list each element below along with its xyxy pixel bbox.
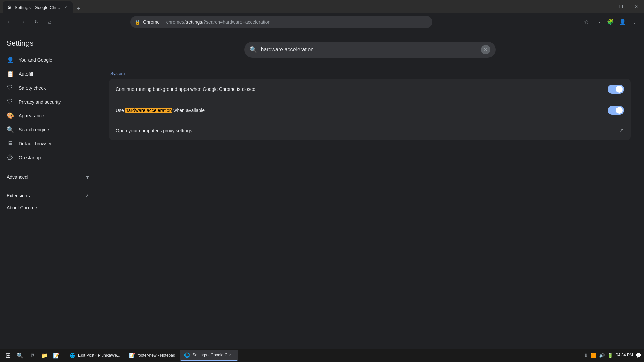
- sidebar-label-you-and-google: You and Google: [19, 57, 52, 63]
- taskbar-notes-button[interactable]: 📝: [51, 350, 62, 361]
- ha-label-prefix: Use: [116, 108, 125, 113]
- advanced-label: Advanced: [7, 174, 83, 180]
- background-apps-label: Continue running background apps when Go…: [116, 86, 608, 92]
- sidebar-divider-2: [5, 187, 90, 187]
- site-name: Chrome: [143, 19, 160, 25]
- chrome-label: Settings - Google Chr...: [193, 353, 234, 357]
- search-container: 🔍 ✕: [109, 42, 631, 58]
- sidebar-label-privacy-security: Privacy and security: [19, 99, 61, 105]
- back-button[interactable]: ←: [4, 17, 15, 27]
- sidebar-item-advanced[interactable]: Advanced ▾: [0, 170, 96, 184]
- download-icon: ⬇: [584, 353, 588, 358]
- maximize-button[interactable]: ❐: [613, 0, 629, 13]
- sidebar-item-you-and-google[interactable]: 👤 You and Google: [0, 53, 90, 67]
- notepad-icon: 📝: [129, 353, 135, 358]
- external-link-icon: ↗: [85, 193, 89, 198]
- url-suffix: /?search=hardware+acceleration: [202, 19, 270, 25]
- minimize-button[interactable]: ─: [598, 0, 613, 13]
- search-input[interactable]: [261, 47, 477, 53]
- sidebar-label-safety-check: Safety check: [19, 85, 46, 91]
- setting-row-proxy[interactable]: Open your computer's proxy settings ↗: [109, 121, 631, 140]
- tab-close-button[interactable]: ×: [63, 4, 69, 10]
- proxy-external-link-icon[interactable]: ↗: [619, 127, 624, 134]
- sidebar-item-default-browser[interactable]: 🖥 Default browser: [0, 137, 90, 150]
- taskbar-search-button[interactable]: 🔍: [15, 350, 25, 361]
- taskbar-app-notepad[interactable]: 📝 footer-new - Notepad: [125, 350, 179, 361]
- forward-button[interactable]: →: [17, 17, 28, 27]
- sidebar-divider: [5, 167, 90, 167]
- volume-icon: 🔊: [599, 353, 605, 358]
- url-prefix: chrome://: [166, 19, 186, 25]
- toolbar-icons: ☆ 🛡 🧩 👤 ⋮: [581, 17, 640, 27]
- sidebar-label-autofill: Autofill: [19, 71, 33, 77]
- section-title: System: [109, 71, 631, 76]
- avatar-button[interactable]: 👤: [617, 17, 628, 27]
- search-clear-button[interactable]: ✕: [481, 45, 490, 54]
- new-tab-button[interactable]: +: [74, 4, 84, 13]
- tab-favicon-icon: ⚙: [7, 5, 12, 10]
- title-bar: ⚙ Settings - Google Chr... × + ─ ❐ ✕: [0, 0, 644, 13]
- sidebar-item-privacy-security[interactable]: 🛡 Privacy and security: [0, 95, 90, 109]
- sidebar-title: Settings: [0, 36, 96, 53]
- main-layout: Settings 👤 You and Google 📋 Autofill 🛡 S…: [0, 31, 644, 349]
- sidebar-item-extensions[interactable]: Extensions ↗: [0, 190, 96, 202]
- autofill-icon: 📋: [7, 70, 13, 78]
- proxy-settings-label: Open your computer's proxy settings: [116, 128, 619, 133]
- setting-row-background-apps: Continue running background apps when Go…: [109, 79, 631, 100]
- tab-area: ⚙ Settings - Google Chr... × +: [0, 0, 84, 13]
- about-chrome-label: About Chrome: [7, 205, 37, 210]
- home-button[interactable]: ⌂: [44, 17, 55, 27]
- address-bar[interactable]: 🔒 Chrome | chrome://settings/?search=har…: [130, 16, 432, 28]
- ha-label-highlight: hardware acceleration: [125, 108, 172, 113]
- shield-button[interactable]: 🛡: [593, 17, 604, 27]
- taskbar-fileexplorer-button[interactable]: 📁: [39, 350, 50, 361]
- url-highlight: settings: [186, 19, 202, 25]
- taskbar-apps: 🌐 Edit Post ‹ PiunikaWe... 📝 footer-new …: [66, 350, 238, 361]
- appearance-icon: 🎨: [7, 112, 13, 119]
- person-icon: 👤: [7, 56, 13, 64]
- bookmark-button[interactable]: ☆: [581, 17, 592, 27]
- taskbar-app-chrome[interactable]: 🌐 Settings - Google Chr...: [180, 350, 238, 361]
- close-button[interactable]: ✕: [629, 0, 644, 13]
- start-button[interactable]: ⊞: [3, 350, 13, 361]
- search-icon: 🔍: [250, 46, 257, 53]
- wifi-icon: 📶: [591, 353, 596, 358]
- tab-title: Settings - Google Chr...: [15, 5, 60, 10]
- background-apps-toggle[interactable]: [608, 85, 624, 94]
- sidebar-item-on-startup[interactable]: ⏻ On startup: [0, 150, 90, 164]
- extensions-button[interactable]: 🧩: [605, 17, 616, 27]
- sidebar-item-safety-check[interactable]: 🛡 Safety check: [0, 81, 90, 95]
- taskbar-sys-tray: ↑ ⬇ 📶 🔊 🔋 04:34 PM 💬: [579, 353, 641, 358]
- active-tab[interactable]: ⚙ Settings - Google Chr... ×: [3, 1, 73, 13]
- chevron-down-icon: ▾: [86, 173, 89, 181]
- sidebar: Settings 👤 You and Google 📋 Autofill 🛡 S…: [0, 31, 96, 349]
- security-icon: 🔒: [135, 19, 140, 25]
- taskbar-taskview-button[interactable]: ⧉: [27, 350, 38, 361]
- extensions-label: Extensions: [7, 193, 82, 198]
- privacy-icon: 🛡: [7, 98, 13, 105]
- taskbar: ⊞ 🔍 ⧉ 📁 📝 🌐 Edit Post ‹ PiunikaWe... 📝 f…: [0, 349, 644, 362]
- search-box[interactable]: 🔍 ✕: [244, 42, 496, 58]
- sidebar-item-search-engine[interactable]: 🔍 Search engine: [0, 123, 90, 137]
- setting-row-hardware-acceleration: Use hardware acceleration when available: [109, 100, 631, 121]
- search-engine-icon: 🔍: [7, 126, 13, 133]
- hardware-acceleration-toggle[interactable]: [608, 106, 624, 115]
- sidebar-item-appearance[interactable]: 🎨 Appearance: [0, 109, 90, 123]
- settings-content: 🔍 ✕ System Continue running background a…: [96, 31, 644, 349]
- reload-button[interactable]: ↻: [31, 17, 42, 27]
- sidebar-label-appearance: Appearance: [19, 113, 44, 118]
- address-url: chrome://settings/?search=hardware+accel…: [166, 19, 271, 25]
- chrome-icon: 🌐: [184, 352, 190, 358]
- sidebar-label-on-startup: On startup: [19, 155, 41, 160]
- notepad-label: footer-new - Notepad: [138, 353, 175, 358]
- taskbar-app-edit-post[interactable]: 🌐 Edit Post ‹ PiunikaWe...: [66, 350, 124, 361]
- notification-icon[interactable]: 💬: [636, 353, 641, 358]
- taskbar-time-display: 04:34 PM: [616, 353, 633, 358]
- upload-icon: ↑: [579, 353, 581, 358]
- sidebar-item-about-chrome[interactable]: About Chrome: [0, 202, 90, 214]
- menu-button[interactable]: ⋮: [629, 17, 640, 27]
- sidebar-item-autofill[interactable]: 📋 Autofill: [0, 67, 90, 81]
- edit-post-icon: 🌐: [70, 353, 75, 358]
- sidebar-label-default-browser: Default browser: [19, 141, 52, 146]
- window-controls: ─ ❐ ✕: [598, 0, 644, 13]
